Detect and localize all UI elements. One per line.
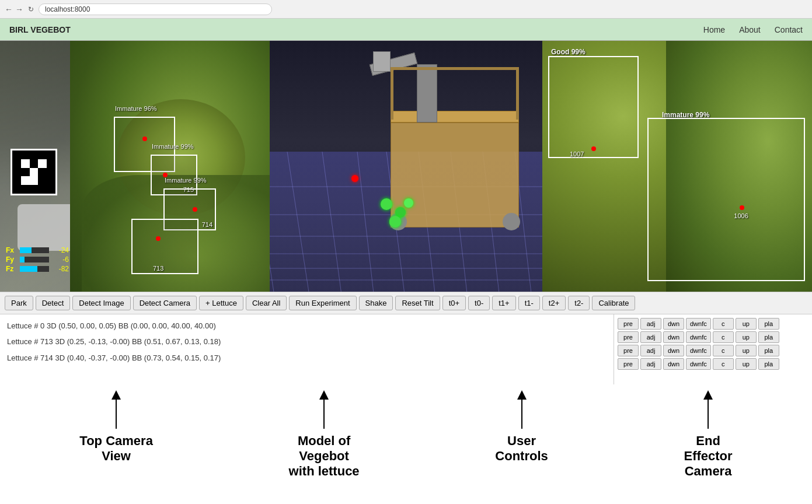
fx-label: Fx	[6, 246, 18, 254]
annotation-label-end-effector: EndEffectorCamera	[684, 433, 733, 479]
arrowshaft-end-effector	[708, 400, 709, 429]
user-controls: pre adj dwn dwnfc c up pla pre adj dwn d…	[614, 314, 812, 384]
park-button[interactable]: Park	[5, 296, 33, 310]
shake-button[interactable]: Shake	[359, 296, 393, 310]
arrowshaft-top-camera	[116, 400, 117, 429]
arrow-user-controls	[517, 390, 527, 429]
arm-column	[417, 64, 437, 123]
refresh-button[interactable]: ↻	[28, 5, 34, 13]
arrowhead-top-camera	[111, 390, 121, 400]
up-btn-1[interactable]: up	[736, 318, 757, 330]
detection-dot-1	[142, 136, 147, 141]
adj-btn-2[interactable]: adj	[640, 331, 661, 343]
adj-btn-1[interactable]: adj	[640, 318, 661, 330]
nav-bar: BIRL VEGEBOT Home About Contact	[0, 19, 812, 41]
address-bar[interactable]: localhost:8000	[39, 4, 272, 15]
detection-dot-4	[156, 236, 161, 241]
c-btn-2[interactable]: c	[713, 331, 734, 343]
good-box: 1007	[548, 56, 639, 158]
adj-btn-3[interactable]: adj	[640, 345, 661, 356]
detect-image-button[interactable]: Detect Image	[72, 296, 130, 310]
nav-about[interactable]: About	[739, 25, 761, 34]
detection-id-3: 714	[202, 221, 212, 228]
annotation-user-controls: UserControls	[495, 390, 548, 464]
t1-plus-button[interactable]: t1+	[492, 296, 515, 310]
lettuce-list: Lettuce # 0 3D (0.50, 0.00, 0.05) BB (0.…	[0, 314, 614, 384]
frame-left	[391, 67, 393, 120]
add-lettuce-button[interactable]: + Lettuce	[199, 296, 243, 310]
adj-btn-4[interactable]: adj	[640, 358, 661, 370]
robot-base	[391, 123, 519, 228]
pla-btn-3[interactable]: pla	[758, 345, 779, 356]
annotation-label-model: Model ofVegebotwith lettuce	[289, 433, 360, 479]
fx-value: -24	[51, 246, 69, 254]
good-dot	[591, 146, 596, 151]
clear-all-button[interactable]: Clear All	[246, 296, 287, 310]
run-experiment-button[interactable]: Run Experiment	[289, 296, 356, 310]
forward-button[interactable]: →	[15, 5, 23, 14]
fy-bar-container	[20, 257, 49, 262]
frame-top	[391, 67, 519, 70]
panels-row: Immature 96% Immature 99% 715 Immature 9…	[0, 41, 812, 292]
t2-plus-button[interactable]: t2+	[542, 296, 566, 310]
dwn-btn-3[interactable]: dwn	[663, 345, 684, 356]
top-camera-view: Immature 96% Immature 99% 715 Immature 9…	[0, 41, 270, 292]
t0-minus-button[interactable]: t0-	[468, 296, 490, 310]
ar-tag	[11, 149, 57, 195]
dwnfc-btn-4[interactable]: dwnfc	[686, 358, 711, 370]
fx-bar	[20, 247, 32, 253]
force-readings: Fx -24 Fy -6 Fz	[6, 246, 69, 274]
detect-button[interactable]: Detect	[36, 296, 71, 310]
annotations-section: Top CameraView Model ofVegebotwith lettu…	[0, 384, 812, 496]
wheel-right	[503, 213, 520, 230]
c-btn-4[interactable]: c	[713, 358, 734, 370]
back-button[interactable]: ←	[5, 5, 13, 14]
calibrate-button[interactable]: Calibrate	[592, 296, 635, 310]
pre-btn-4[interactable]: pre	[618, 358, 639, 370]
dwnfc-btn-3[interactable]: dwnfc	[686, 345, 711, 356]
dwn-btn-1[interactable]: dwn	[663, 318, 684, 330]
dwn-btn-4[interactable]: dwn	[663, 358, 684, 370]
fx-bar-container	[20, 247, 49, 253]
immature-right-box: 1006	[647, 118, 805, 281]
up-btn-3[interactable]: up	[736, 345, 757, 356]
c-btn-1[interactable]: c	[713, 318, 734, 330]
pla-btn-2[interactable]: pla	[758, 331, 779, 343]
lettuce-dot-3	[389, 216, 401, 228]
frame-right	[516, 67, 519, 120]
model-view	[270, 41, 542, 292]
up-btn-2[interactable]: up	[736, 331, 757, 343]
pre-btn-1[interactable]: pre	[618, 318, 639, 330]
pre-btn-3[interactable]: pre	[618, 345, 639, 356]
nav-links: Home About Contact	[703, 25, 803, 34]
dwnfc-btn-1[interactable]: dwnfc	[686, 318, 711, 330]
fz-bar	[20, 266, 37, 272]
nav-home[interactable]: Home	[703, 25, 725, 34]
dwn-btn-2[interactable]: dwn	[663, 331, 684, 343]
detection-label-3: Immature 99%	[165, 177, 207, 184]
end-effector-view: Good 99% 1007 Immature 99% 1006	[542, 41, 812, 292]
detection-label-2: Immature 99%	[152, 143, 194, 150]
good-id: 1007	[570, 150, 584, 158]
pla-btn-4[interactable]: pla	[758, 358, 779, 370]
annotation-top-camera: Top CameraView	[79, 390, 153, 464]
detect-camera-button[interactable]: Detect Camera	[133, 296, 197, 310]
c-btn-3[interactable]: c	[713, 345, 734, 356]
annotation-label-user-controls: UserControls	[495, 433, 548, 464]
pla-btn-1[interactable]: pla	[758, 318, 779, 330]
main-content: Immature 96% Immature 99% 715 Immature 9…	[0, 41, 812, 384]
annotation-end-effector: EndEffectorCamera	[684, 390, 733, 479]
lettuce-item-0: Lettuce # 0 3D (0.50, 0.00, 0.05) BB (0.…	[7, 319, 607, 332]
dwnfc-btn-2[interactable]: dwnfc	[686, 331, 711, 343]
lettuce-dot-1	[381, 198, 392, 210]
pre-btn-2[interactable]: pre	[618, 331, 639, 343]
arrowshaft-user-controls	[521, 400, 522, 429]
t2-minus-button[interactable]: t2-	[568, 296, 590, 310]
reset-tilt-button[interactable]: Reset Tilt	[395, 296, 440, 310]
nav-contact[interactable]: Contact	[775, 25, 803, 34]
up-btn-4[interactable]: up	[736, 358, 757, 370]
t0-plus-button[interactable]: t0+	[442, 296, 466, 310]
arrowhead-end-effector	[703, 390, 713, 400]
good-label: Good 99%	[551, 48, 586, 56]
t1-minus-button[interactable]: t1-	[518, 296, 540, 310]
